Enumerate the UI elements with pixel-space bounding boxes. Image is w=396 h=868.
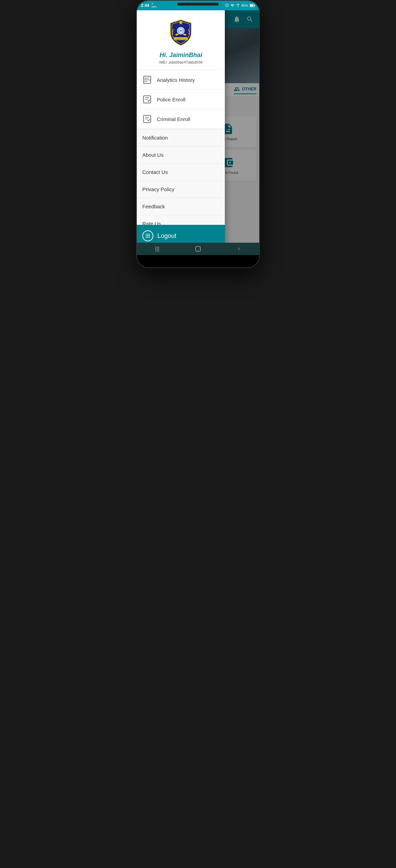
police-enroll-label: Police Enroll [157, 97, 185, 102]
svg-point-10 [189, 33, 190, 34]
phone-notch [177, 3, 219, 6]
status-data-speed: 0kB/s [152, 2, 157, 9]
nav-menu-button[interactable]: ||| [150, 243, 164, 255]
menu-section-top: Analytics History Police Enroll [137, 70, 225, 129]
svg-text:GUJARAT POLICE: GUJARAT POLICE [175, 38, 187, 40]
status-bar: 2:44 0kB/s 85% [137, 1, 259, 10]
wifi-icon [230, 3, 234, 8]
menu-item-notification[interactable]: Notification [137, 129, 225, 146]
drawer-menu: Analytics History Police Enroll [137, 70, 225, 225]
battery-percent: 85% [241, 4, 248, 8]
svg-point-31 [144, 81, 145, 82]
signal-icon [236, 3, 240, 8]
nav-home-icon [195, 246, 201, 252]
navigation-drawer: GUJARAT POLICE Hi. JaiminBhai IMEI :ada6… [137, 10, 225, 255]
menu-item-about-us[interactable]: About Us [137, 146, 225, 164]
status-right: 85% [225, 3, 255, 8]
svg-rect-38 [196, 246, 200, 251]
alarm-icon [225, 3, 229, 8]
svg-point-6 [172, 31, 173, 32]
criminal-enroll-label: Criminal Enroll [157, 116, 190, 122]
menu-item-contact-us[interactable]: Contact Us [137, 164, 225, 181]
logout-label: Logout [157, 232, 176, 240]
screen-content: OTHER Bandobast Beat [137, 10, 259, 255]
battery-icon [250, 4, 255, 7]
logout-row[interactable]: Logout [142, 230, 219, 241]
privacy-policy-label: Privacy Policy [142, 186, 174, 192]
logout-icon [142, 230, 153, 241]
analytics-history-label: Analytics History [157, 77, 195, 83]
gujarat-police-badge: GUJARAT POLICE [167, 17, 195, 48]
svg-rect-2 [254, 5, 255, 6]
nav-back-icon [236, 246, 241, 251]
menu-item-analytics-history[interactable]: Analytics History [137, 70, 225, 90]
notification-label: Notification [142, 135, 168, 141]
analytics-history-icon [142, 75, 152, 85]
menu-item-privacy-policy[interactable]: Privacy Policy [137, 181, 225, 198]
svg-point-7 [172, 33, 173, 34]
menu-item-criminal-enroll[interactable]: Criminal Enroll [137, 109, 225, 129]
nav-back-button[interactable] [232, 243, 246, 255]
svg-point-5 [173, 29, 174, 30]
nav-home-button[interactable] [191, 243, 205, 255]
criminal-enroll-icon [142, 114, 152, 124]
bottom-nav: ||| [137, 243, 259, 255]
menu-item-police-enroll[interactable]: Police Enroll [137, 90, 225, 109]
about-us-label: About Us [142, 152, 164, 158]
svg-point-30 [144, 79, 145, 80]
svg-point-29 [144, 78, 145, 78]
menu-item-rate-us[interactable]: Rate Us [137, 215, 225, 225]
phone-frame: 2:44 0kB/s 85% [136, 0, 260, 268]
drawer-imei: IMEI :ada69ae47dabd939 [159, 60, 203, 64]
contact-us-label: Contact Us [142, 169, 168, 175]
svg-point-9 [189, 31, 190, 32]
rate-us-label: Rate Us [142, 221, 161, 225]
police-enroll-icon [142, 95, 152, 104]
menu-section-bottom: Notification About Us Contact Us Privacy… [137, 129, 225, 225]
drawer-greeting: Hi. JaiminBhai [160, 52, 202, 59]
menu-item-feedback[interactable]: Feedback [137, 198, 225, 215]
nav-menu-icon: ||| [155, 246, 159, 252]
svg-point-8 [188, 29, 189, 30]
drawer-header: GUJARAT POLICE Hi. JaiminBhai IMEI :ada6… [137, 10, 225, 70]
feedback-label: Feedback [142, 204, 165, 209]
status-time: 2:44 [141, 3, 149, 8]
status-left: 2:44 0kB/s [141, 2, 157, 9]
